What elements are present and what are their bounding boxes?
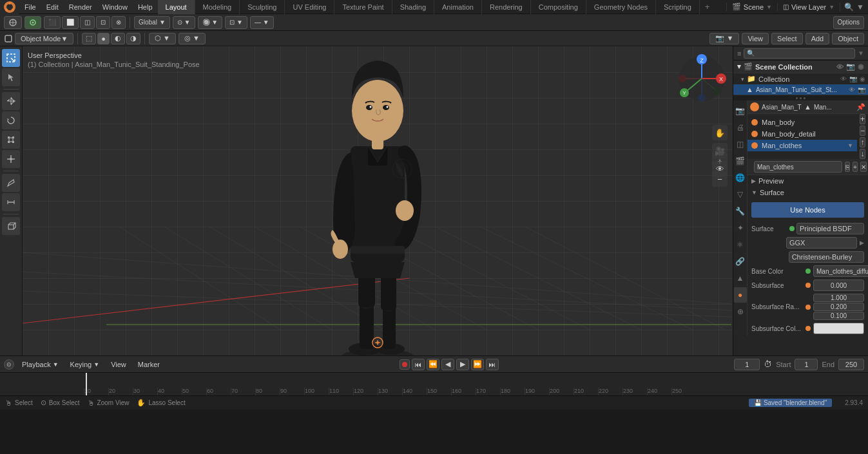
add-menu-btn[interactable]: Add <box>805 33 830 44</box>
panel-divider[interactable] <box>733 95 868 100</box>
timeline-icon[interactable]: ⊙ <box>4 359 14 370</box>
toolbar-snap-toggle[interactable] <box>24 16 41 29</box>
menu-render[interactable]: Render <box>64 0 97 14</box>
preview-section-header[interactable]: ▶ Preview <box>747 175 868 187</box>
mat-item-body-detail[interactable]: Man_body_detail <box>747 128 857 140</box>
output-props-icon[interactable]: 🖨 <box>734 120 747 135</box>
data-props-icon[interactable]: ▲ <box>734 270 747 286</box>
modifier-props-icon[interactable]: 🔧 <box>734 203 747 219</box>
menu-window[interactable]: Window <box>97 0 133 14</box>
end-frame-input[interactable] <box>838 359 864 370</box>
menu-help[interactable]: Help <box>133 0 158 14</box>
tool-measure[interactable] <box>2 193 20 211</box>
toolbar-btn-3[interactable]: ◫ <box>80 16 95 29</box>
shader-value[interactable]: Principled BSDF <box>796 223 864 234</box>
visibility-btn[interactable]: 👁 <box>712 161 728 176</box>
mat-down-btn[interactable]: ↓ <box>860 149 865 159</box>
step-back-btn[interactable]: ⏪ <box>427 359 439 370</box>
viewport[interactable]: User Perspective (1) Collection | Asian_… <box>23 46 733 355</box>
tab-compositing[interactable]: Compositing <box>531 0 586 14</box>
global-search-icon[interactable]: 🔍 <box>844 3 854 12</box>
mat-item-clothes[interactable]: Man_clothes ▼ <box>747 140 857 151</box>
viewport-shading-lpt[interactable]: ◐ <box>111 33 125 44</box>
tool-move[interactable] <box>2 92 20 110</box>
toolbar-global-dropdown[interactable]: Global ▼ <box>134 16 170 29</box>
playback-btn[interactable]: Playback ▼ <box>18 358 63 371</box>
tab-scripting[interactable]: Scripting <box>656 0 700 14</box>
tab-geometry-nodes[interactable]: Geometry Nodes <box>586 0 656 14</box>
subsurface-value[interactable]: 0.000 <box>813 279 864 291</box>
mat-item-body[interactable]: Man_body <box>747 117 857 128</box>
mat-pin-icon[interactable]: 📌 <box>856 103 865 111</box>
mat-up-btn[interactable]: ↑ <box>860 137 865 147</box>
sc-eye-icon[interactable]: 👁 <box>836 63 844 71</box>
particles-props-icon[interactable]: ✦ <box>734 220 747 236</box>
sub-radius-b[interactable]: 0.100 <box>813 312 864 320</box>
tool-select-box[interactable] <box>2 49 20 67</box>
object-menu-btn[interactable]: Object <box>832 33 864 44</box>
sub-radius-g[interactable]: 0.200 <box>813 303 864 311</box>
toolbar-options-btn[interactable]: Options <box>833 16 864 29</box>
mat-copy-btn[interactable]: ⎘ <box>845 162 850 172</box>
tab-shading[interactable]: Shading <box>392 0 434 14</box>
sc-exclude-icon[interactable]: ◉ <box>858 62 864 71</box>
jump-end-btn[interactable]: ⏭ <box>486 359 499 370</box>
tool-scale[interactable] <box>2 131 20 149</box>
mat-add-btn[interactable]: + <box>860 114 865 124</box>
menu-edit[interactable]: Edit <box>41 0 64 14</box>
scene-props-icon[interactable]: 🎬 <box>734 153 747 169</box>
tab-animation[interactable]: Animation <box>434 0 482 14</box>
timeline-area[interactable]: 10 20 30 40 50 60 70 80 90 100 110 120 1… <box>0 372 868 395</box>
collection-expand-icon[interactable]: ▾ <box>737 62 741 71</box>
add-workspace-btn[interactable]: + <box>700 2 715 12</box>
timeline-view-btn[interactable]: View <box>107 358 130 371</box>
tool-cursor[interactable] <box>2 68 20 86</box>
coll-eye[interactable]: 👁 <box>840 75 847 82</box>
mesh-eye[interactable]: 👁 <box>849 86 855 93</box>
object-props-icon[interactable]: ▽ <box>734 187 747 202</box>
coll-exc[interactable]: ◉ <box>860 75 865 82</box>
viewport-shading-wire[interactable]: ⬚ <box>82 33 96 44</box>
mat-slot-name-input[interactable] <box>754 161 842 173</box>
constraints-props-icon[interactable]: 🔗 <box>734 254 747 269</box>
play-reverse-btn[interactable]: ◀ <box>441 359 454 370</box>
outliner-filter-icon[interactable]: ▼ <box>858 50 864 57</box>
mesh-render[interactable]: 📷 <box>858 86 865 93</box>
viewport-overlay-btn[interactable]: ⬡ ▼ <box>149 33 176 44</box>
hand-btn[interactable]: ✋ <box>712 125 728 140</box>
sub-color-value[interactable] <box>813 323 864 334</box>
toolbar-transform-icon[interactable] <box>4 16 22 29</box>
start-frame-input[interactable] <box>795 359 818 370</box>
mesh-item[interactable]: ▲ Asian_Man_Tunic_Suit_St... 👁 📷 <box>733 84 868 95</box>
filter-icon[interactable]: ▼ <box>856 3 864 12</box>
sc-render-icon[interactable]: 📷 <box>846 62 855 71</box>
tab-layout[interactable]: Layout <box>158 0 195 14</box>
record-btn[interactable] <box>400 359 410 370</box>
current-frame-input[interactable] <box>734 359 760 370</box>
shaderfx-props-icon[interactable]: ⊕ <box>734 304 747 319</box>
toolbar-snap-btn[interactable]: 🔘 ▼ <box>198 16 223 29</box>
base-color-value[interactable]: Man_clothes_diffus... <box>813 265 868 277</box>
step-fwd-btn[interactable]: ⏩ <box>471 359 484 370</box>
toolbar-proportional-btn[interactable]: ⊡ ▼ <box>225 16 247 29</box>
marker-btn[interactable]: Marker <box>134 358 164 371</box>
menu-file[interactable]: File <box>19 0 41 14</box>
sub-radius-r[interactable]: 1.000 <box>813 294 864 302</box>
play-btn[interactable]: ▶ <box>456 359 469 370</box>
material-props-icon[interactable]: ● <box>734 287 747 303</box>
select-menu-btn[interactable]: Select <box>771 33 803 44</box>
toolbar-pivot-btn[interactable]: ⊙ ▼ <box>173 16 195 29</box>
editor-type-btn[interactable]: 📷 ▼ <box>709 33 739 44</box>
tab-texture-paint[interactable]: Texture Paint <box>334 0 392 14</box>
render-props-icon[interactable]: 📷 <box>734 103 747 118</box>
use-nodes-btn[interactable]: Use Nodes <box>751 202 864 218</box>
viewport-shading-render[interactable]: ◑ <box>126 33 140 44</box>
tool-rotate[interactable] <box>2 111 20 129</box>
object-mode-btn[interactable]: Object Mode ▼ <box>15 33 73 44</box>
tab-sculpting[interactable]: Sculpting <box>240 0 285 14</box>
distribution-arrow[interactable]: ▶ <box>860 240 864 246</box>
toolbar-btn-5[interactable]: ⊗ <box>111 16 126 29</box>
tool-add-cube[interactable] <box>2 217 20 235</box>
collection-item[interactable]: ▾ 📁 Collection 👁 📷 ◉ <box>733 73 868 84</box>
jump-start-btn[interactable]: ⏮ <box>412 359 425 370</box>
